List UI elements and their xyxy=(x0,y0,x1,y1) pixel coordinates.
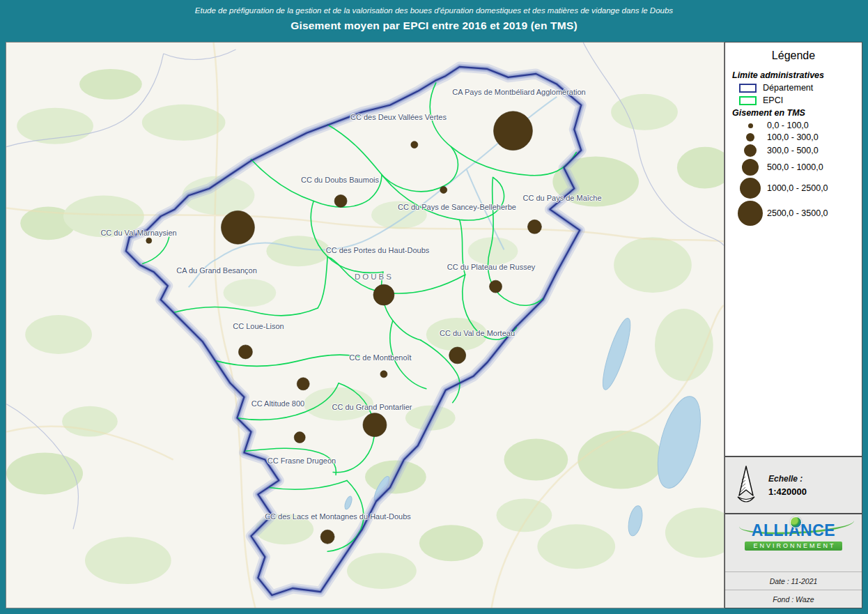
legend-circle-cell xyxy=(734,201,767,226)
header: Etude de préfiguration de la gestion et … xyxy=(0,0,868,42)
sidebar: Légende Limite administratives Départeme… xyxy=(724,42,862,608)
alliance-logo: ALLIANCE ENVIRONNEMENT xyxy=(745,523,842,551)
legend-class-label: 2500,0 - 3500,0 xyxy=(767,208,828,218)
gisement-circle xyxy=(320,530,334,544)
legend-class-label: 300,0 - 500,0 xyxy=(767,146,819,155)
gisement-circle xyxy=(494,112,533,151)
gisement-circle xyxy=(449,347,466,364)
legend-admin-label: Département xyxy=(763,83,813,93)
legend-admin-label: EPCI xyxy=(763,95,783,105)
scale-text: Echelle : 1:420000 xyxy=(768,474,807,497)
legend-class-label: 100,0 - 300,0 xyxy=(767,132,819,142)
legend-circle-cell xyxy=(734,123,767,128)
scale-value: 1:420000 xyxy=(768,486,807,497)
legend-circle xyxy=(748,123,753,128)
legend-circle-cell xyxy=(734,159,767,176)
legend-class-row: 0,0 - 100,0 xyxy=(734,121,856,130)
map-title: Gisement moyen par EPCI entre 2016 et 20… xyxy=(0,15,868,32)
gisement-circle xyxy=(238,345,252,359)
study-subtitle: Etude de préfiguration de la gestion et … xyxy=(0,0,868,15)
gisement-circle xyxy=(411,141,418,148)
gisement-circle xyxy=(363,413,387,437)
legend-circle xyxy=(744,144,757,157)
gisement-circle xyxy=(490,280,502,293)
map-canvas xyxy=(6,43,724,608)
legend-title: Légende xyxy=(731,49,856,62)
gisement-circle xyxy=(146,238,152,243)
page: { "header": { "subtitle": "Etude de préf… xyxy=(0,0,868,614)
gisement-circle xyxy=(440,186,447,193)
map-date: Date : 11-2021 xyxy=(725,571,862,590)
legend-circle-cell xyxy=(734,178,767,199)
legend-circle-cell xyxy=(734,133,767,141)
legend-admin-item: Département xyxy=(739,83,856,93)
boundary-swatch xyxy=(739,84,757,93)
legend-panel: Légende Limite administratives Départeme… xyxy=(724,42,862,456)
map-source: Fond : Waze xyxy=(725,590,862,608)
legend-circle xyxy=(740,178,761,199)
legend-class-row: 500,0 - 1000,0 xyxy=(734,159,856,176)
legend-class-row: 2500,0 - 3500,0 xyxy=(734,201,856,226)
legend-class-row: 100,0 - 300,0 xyxy=(734,132,856,142)
legend-gisement-title: Gisement en TMS xyxy=(732,108,856,118)
legend-admin-title: Limite administratives xyxy=(732,70,856,80)
legend-class-label: 0,0 - 100,0 xyxy=(767,121,809,130)
gisement-circle xyxy=(297,378,309,390)
scale-panel: Echelle : 1:420000 xyxy=(724,456,862,514)
legend-class-label: 500,0 - 1000,0 xyxy=(767,162,823,172)
gisement-circle xyxy=(380,371,387,378)
legend-class-list: 0,0 - 100,0100,0 - 300,0300,0 - 500,0500… xyxy=(731,121,856,226)
north-arrow-icon xyxy=(734,465,759,505)
legend-circle xyxy=(742,159,759,176)
gisement-circle xyxy=(294,432,305,443)
legend-class-row: 300,0 - 500,0 xyxy=(734,144,856,157)
brand-subname: ENVIRONNEMENT xyxy=(745,542,842,551)
gisement-circle xyxy=(373,284,394,305)
legend-circle-cell xyxy=(734,144,767,157)
gisement-circle xyxy=(222,210,255,244)
credits-panel: ALLIANCE ENVIRONNEMENT Date : 11-2021 Fo… xyxy=(724,514,862,608)
scale-label: Echelle : xyxy=(768,474,807,484)
boundary-swatch xyxy=(739,96,757,105)
legend-admin-list: DépartementEPCI xyxy=(731,83,856,105)
map-panel: CA Pays de Montbéliard AgglomérationCC d… xyxy=(6,42,724,608)
legend-class-row: 1000,0 - 2500,0 xyxy=(734,178,856,199)
legend-circle xyxy=(738,201,763,226)
legend-circle xyxy=(746,133,754,141)
gisement-circle xyxy=(334,194,347,207)
gisement-circle xyxy=(527,220,541,233)
legend-admin-item: EPCI xyxy=(739,95,856,105)
legend-class-label: 1000,0 - 2500,0 xyxy=(767,183,828,193)
